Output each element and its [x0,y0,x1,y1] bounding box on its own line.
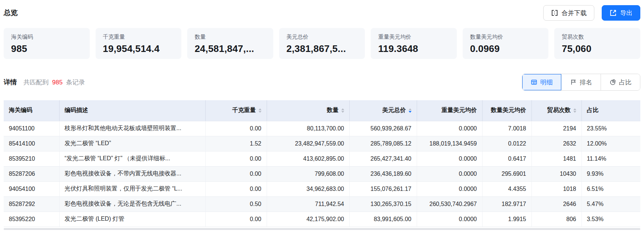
sort-icon[interactable] [341,108,344,113]
export-button[interactable]: 导出 [602,5,640,21]
sort-icon[interactable] [409,108,412,113]
column-label: 数量美元均价 [491,106,526,114]
table-row[interactable]: 85395210“发光二极管 “LED” 灯” （未提供详细标...0.0041… [4,151,640,166]
table-cell: 5.47% [581,196,640,212]
matched-count: 985 [52,79,63,86]
table-cell: 10430 [531,166,581,181]
table-cell: 295.6901 [482,166,531,181]
table-cell: 0.0000 [417,151,482,166]
table-cell: 3.53% [581,212,640,227]
summary-card: 海关编码985 [4,28,90,59]
table-cell: 155,076,261.17 [349,181,417,196]
sort-icon[interactable] [259,108,261,113]
column-label: 重量美元均价 [442,106,477,114]
table-cell: 236,436,189.60 [349,166,417,181]
table-cell: 4.4355 [482,181,531,196]
tab-占比[interactable]: 占比 [601,74,640,90]
table-cell: 85395220 [4,212,59,227]
tab-label: 占比 [619,78,631,87]
column-label: 千克重量 [232,106,256,114]
table-row[interactable]: 94054100光伏灯具和照明装置，仅用于发光二极管 “L...0.0034,9… [4,181,640,196]
table-cell: 0.00 [205,121,267,136]
pie-icon [609,79,616,85]
column-label: 编码描述 [65,106,88,114]
summary-card-value: 985 [11,43,82,55]
summary-card-value: 75,060 [562,43,633,55]
table-cell: 0.0000 [417,212,482,227]
table-cell: 6.51% [581,181,640,196]
summary-card-label: 海关编码 [11,34,82,41]
summary-card: 重量美元均价119.3648 [371,28,457,59]
table-cell: 1481 [531,151,581,166]
ranking-icon [570,79,577,85]
column-header-inner: 海关编码 [9,106,54,114]
column-header-千克重量[interactable]: 千克重量 [205,100,267,121]
summary-card-label: 数量 [195,34,266,41]
table-cell: 彩色电视接收设备，不带内置无线电接收器... [59,166,205,181]
details-left: 详情 共匹配到 985 条记录 [4,78,85,87]
table-cell: 0.00 [205,166,267,181]
table-cell: 0.0000 [417,166,482,181]
table-row[interactable]: 94051100枝形吊灯和其他电动天花板或墙壁照明装置...0.0080,113… [4,121,640,136]
table-row[interactable]: 85287206彩色电视接收设备，不带内置无线电接收器...0.00799,60… [4,166,640,181]
table-row[interactable]: 85287292彩色电视接收设备，无论是否包含无线电广...0.50711,94… [4,196,640,212]
column-label: 海关编码 [9,106,32,114]
table-cell: 260,530,740.2967 [417,196,482,212]
column-header-贸易次数[interactable]: 贸易次数 [531,100,581,121]
table-cell: 0.00 [205,151,267,166]
view-tabs: 明细排名占比 [522,74,640,91]
topbar-actions: 合并下载 导出 [543,5,640,21]
matched-suffix: 条记录 [66,79,85,86]
column-header-美元总价[interactable]: 美元总价 [349,100,417,121]
column-header-数量[interactable]: 数量 [267,100,349,121]
table-cell: 7.0018 [482,121,531,136]
summary-card-label: 重量美元均价 [378,34,449,41]
column-header-inner: 千克重量 [211,106,261,114]
table-cell: 9.93% [581,166,640,181]
table-cell: 11.14% [581,151,640,166]
matched-prefix: 共匹配到 [24,79,49,86]
table-cell: 94051100 [4,121,59,136]
column-header-重量美元均价: 重量美元均价 [417,100,482,121]
sort-icon[interactable] [573,108,576,113]
table-row[interactable]: 85395220发光二极管 (LED) 灯管0.0042,175,902.008… [4,212,640,227]
export-label: 导出 [620,9,633,17]
table-cell: 80,113,700.00 [267,121,349,136]
table-cell: 发光二极管 “LED” [59,136,205,151]
summary-card: 美元总价2,381,867,5... [279,28,365,59]
column-header-inner: 编码描述 [65,106,200,114]
table-cell: 0.0000 [417,121,482,136]
column-header-inner: 数量 [272,106,344,114]
table-cell: 1.52 [205,136,267,151]
tab-排名[interactable]: 排名 [561,74,601,90]
summary-card-label: 千克重量 [103,34,174,41]
table-cell: 0.0000 [417,181,482,196]
column-header-inner: 贸易次数 [537,106,576,114]
table-cell: 188,019,134.9459 [417,136,482,151]
horizontal-scrollbar[interactable] [4,228,640,230]
matched-records-text: 共匹配到 985 条记录 [24,78,85,87]
column-header-inner: 占比 [587,106,636,114]
column-header-inner: 美元总价 [355,106,412,114]
merge-download-label: 合并下载 [562,9,587,17]
summary-card-label: 贸易次数 [562,34,633,41]
table-cell: 560,939,268.67 [349,121,417,136]
summary-card: 数量美元均价0.0969 [463,28,549,59]
tab-明细[interactable]: 明细 [522,74,561,90]
table-cell: 799,608.00 [267,166,349,181]
table-cell: 2646 [531,196,581,212]
table-row[interactable]: 85414100发光二极管 “LED”1.5223,482,947,559.00… [4,136,640,151]
summary-card-value: 0.0969 [470,43,541,55]
table-cell: 0.0122 [482,136,531,151]
table-cell: 711,942.54 [267,196,349,212]
topbar: 总览 合并下载 导出 [0,0,644,21]
table-header-row: 海关编码编码描述千克重量数量美元总价重量美元均价数量美元均价贸易次数占比 [4,100,640,121]
table-cell: 265,427,341.40 [349,151,417,166]
table-cell: 23.55% [581,121,640,136]
table-cell: 2194 [531,121,581,136]
merge-cells-icon [551,9,558,17]
column-header-海关编码: 海关编码 [4,100,59,121]
merge-download-button[interactable]: 合并下载 [543,5,594,21]
table-cell: 1.9915 [482,212,531,227]
summary-card-value: 19,954,514.4 [103,43,174,55]
